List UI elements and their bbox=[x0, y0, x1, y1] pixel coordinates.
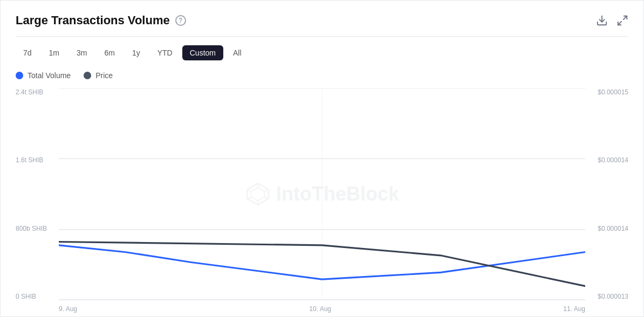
filter-6m[interactable]: 6m bbox=[97, 45, 122, 60]
legend-dot-price bbox=[84, 72, 91, 79]
y-right-label-3: $0.000013 bbox=[598, 293, 628, 300]
y-left-label-3: 0 SHIB bbox=[16, 293, 59, 300]
help-icon[interactable]: ? bbox=[175, 15, 186, 26]
y-axis-left: 2.4t SHIB 1.6t SHIB 800b SHIB 0 SHIB bbox=[16, 88, 59, 300]
y-axis-right: $0.000015 $0.000014 $0.000014 $0.000013 bbox=[585, 88, 628, 300]
legend-dot-total-volume bbox=[16, 72, 23, 79]
y-right-label-0: $0.000015 bbox=[598, 88, 628, 96]
chart-legend: Total Volume Price bbox=[16, 71, 628, 80]
filter-3m[interactable]: 3m bbox=[69, 45, 94, 60]
header-left: Large Transactions Volume ? bbox=[16, 13, 186, 27]
page-title: Large Transactions Volume bbox=[16, 13, 170, 27]
card-container: Large Transactions Volume ? bbox=[0, 0, 644, 317]
filter-7d[interactable]: 7d bbox=[16, 45, 39, 60]
filter-ytd[interactable]: YTD bbox=[150, 45, 180, 60]
time-filter-bar: 7d 1m 3m 6m 1y YTD Custom All bbox=[16, 45, 628, 60]
y-right-label-1: $0.000014 bbox=[598, 156, 628, 164]
filter-1y[interactable]: 1y bbox=[125, 45, 148, 60]
legend-price: Price bbox=[84, 71, 113, 80]
header-actions bbox=[596, 15, 628, 26]
download-button[interactable] bbox=[596, 15, 608, 26]
y-left-label-2: 800b SHIB bbox=[16, 225, 59, 232]
chart-plot: IntoTheBlock bbox=[59, 88, 585, 300]
x-label-2: 11. Aug bbox=[563, 305, 585, 313]
card-header: Large Transactions Volume ? bbox=[16, 13, 628, 37]
svg-line-1 bbox=[624, 16, 627, 19]
legend-label-price: Price bbox=[95, 71, 113, 80]
x-axis-labels: 9. Aug 10. Aug 11. Aug bbox=[59, 301, 585, 316]
legend-total-volume: Total Volume bbox=[16, 71, 71, 80]
svg-line-2 bbox=[618, 22, 621, 25]
expand-button[interactable] bbox=[616, 15, 628, 26]
chart-svg bbox=[59, 88, 585, 300]
y-left-label-0: 2.4t SHIB bbox=[16, 88, 59, 96]
legend-label-total-volume: Total Volume bbox=[28, 71, 71, 80]
x-label-0: 9. Aug bbox=[59, 305, 77, 313]
y-left-label-1: 1.6t SHIB bbox=[16, 156, 59, 164]
x-label-1: 10. Aug bbox=[309, 305, 331, 313]
y-right-label-2: $0.000014 bbox=[598, 225, 628, 232]
chart-area: 2.4t SHIB 1.6t SHIB 800b SHIB 0 SHIB $0.… bbox=[16, 88, 628, 316]
filter-all[interactable]: All bbox=[225, 45, 249, 60]
filter-1m[interactable]: 1m bbox=[42, 45, 67, 60]
filter-custom[interactable]: Custom bbox=[182, 45, 223, 60]
